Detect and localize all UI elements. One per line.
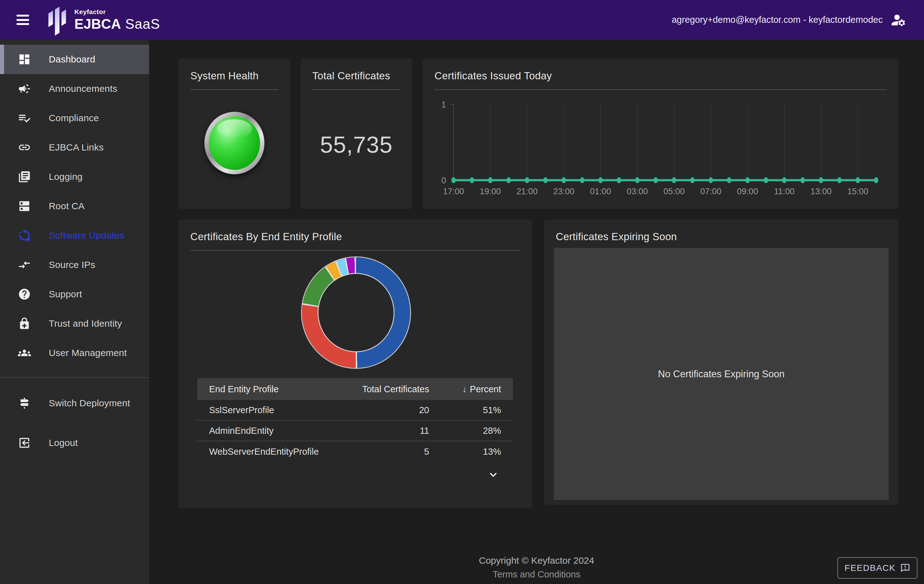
sidebar-item-dashboard[interactable]: Dashboard bbox=[0, 44, 149, 74]
svg-text:23:00: 23:00 bbox=[553, 187, 574, 196]
sidebar-item-label: Support bbox=[49, 289, 82, 299]
column-percent[interactable]: ↓Percent bbox=[429, 384, 501, 395]
feedback-button[interactable]: FEEDBACK bbox=[837, 557, 917, 579]
sidebar-item-logout[interactable]: Logout bbox=[0, 428, 149, 457]
health-status-light bbox=[205, 112, 264, 174]
svg-text:17:00: 17:00 bbox=[443, 187, 464, 196]
svg-text:15:00: 15:00 bbox=[847, 187, 868, 196]
brand-suffix: SaaS bbox=[121, 16, 160, 31]
app-header: Keyfactor EJBCA SaaS agregory+demo@keyfa… bbox=[0, 0, 924, 39]
svg-text:11:00: 11:00 bbox=[774, 187, 795, 196]
sidebar-item-label: Logout bbox=[49, 438, 78, 448]
user-management-icon bbox=[18, 346, 31, 360]
svg-text:21:00: 21:00 bbox=[516, 187, 538, 196]
card-title: Certificates Expiring Soon bbox=[544, 220, 899, 243]
svg-text:07:00: 07:00 bbox=[700, 187, 721, 196]
profile-table-row: SslServerProfile2051% bbox=[197, 400, 513, 421]
expand-table-button[interactable] bbox=[483, 466, 503, 484]
profile-table-row: AdminEndEntity1128% bbox=[197, 421, 513, 441]
svg-text:03:00: 03:00 bbox=[627, 187, 648, 196]
sidebar-item-label: EJBCA Links bbox=[49, 142, 104, 153]
column-end-entity-profile[interactable]: End Entity Profile bbox=[209, 384, 335, 395]
sidebar-item-software-updates[interactable]: Software Updates bbox=[0, 221, 149, 250]
column-total-certificates[interactable]: Total Certificates bbox=[335, 384, 429, 395]
sidebar-item-label: Trust and Identity bbox=[49, 318, 122, 329]
keyfactor-logo: Keyfactor EJBCA SaaS bbox=[47, 4, 160, 36]
support-icon bbox=[18, 287, 31, 301]
certificates-issued-today-card: Certificates Issued Today 0117:0019:0021… bbox=[422, 59, 899, 209]
sort-desc-icon: ↓ bbox=[462, 384, 467, 395]
sidebar-item-root-ca[interactable]: Root CA bbox=[0, 191, 149, 221]
card-title: Total Certificates bbox=[300, 59, 412, 82]
sidebar-item-support[interactable]: Support bbox=[0, 280, 149, 309]
software-updates-icon bbox=[18, 229, 31, 242]
cell-percent: 28% bbox=[429, 426, 501, 436]
sidebar: DashboardAnnouncementsComplianceEJBCA Li… bbox=[0, 39, 149, 584]
trust-identity-icon bbox=[18, 317, 31, 331]
profile-table-header: End Entity Profile Total Certificates ↓P… bbox=[197, 378, 513, 400]
certificates-expiring-card: Certificates Expiring Soon No Certificat… bbox=[544, 220, 899, 505]
logout-icon bbox=[18, 436, 31, 450]
health-status-green bbox=[209, 116, 260, 170]
cell-total: 5 bbox=[335, 447, 429, 457]
cell-total: 20 bbox=[335, 405, 429, 415]
chevron-down-icon bbox=[487, 468, 500, 482]
sidebar-item-trust-and-identity[interactable]: Trust and Identity bbox=[0, 309, 149, 338]
total-certificates-card: Total Certificates 55,735 bbox=[300, 59, 412, 209]
announcements-icon bbox=[18, 82, 31, 95]
sidebar-item-user-management[interactable]: User Management bbox=[0, 338, 149, 368]
cell-total: 11 bbox=[335, 426, 429, 436]
switch-deployment-icon bbox=[18, 396, 31, 410]
svg-text:01:00: 01:00 bbox=[590, 187, 611, 196]
cell-percent: 13% bbox=[429, 447, 501, 457]
logging-icon bbox=[18, 170, 31, 184]
issued-today-line-chart: 0117:0019:0021:0023:0001:0003:0005:0007:… bbox=[422, 59, 899, 209]
title-divider bbox=[312, 89, 401, 90]
sidebar-item-label: Logging bbox=[49, 171, 82, 182]
root-ca-icon bbox=[18, 199, 31, 213]
sidebar-item-label: Software Updates bbox=[49, 230, 124, 241]
link-icon bbox=[18, 140, 31, 154]
system-health-card: System Health bbox=[178, 59, 290, 209]
total-certificates-value: 55,735 bbox=[300, 132, 412, 158]
page-footer: Copyright © Keyfactor 2024 Terms and Con… bbox=[149, 555, 924, 580]
title-divider bbox=[190, 250, 520, 251]
profile-donut-chart bbox=[302, 257, 410, 368]
sidebar-item-logging[interactable]: Logging bbox=[0, 162, 149, 191]
svg-text:1: 1 bbox=[441, 100, 446, 109]
sidebar-item-label: User Management bbox=[49, 347, 127, 358]
cell-percent: 51% bbox=[429, 405, 501, 415]
card-title: Certificates By End Entity Profile bbox=[178, 220, 532, 243]
keyfactor-logo-icon bbox=[47, 4, 68, 36]
sidebar-item-label: Dashboard bbox=[49, 54, 95, 65]
brand-name: EJBCA bbox=[74, 16, 121, 31]
title-divider bbox=[190, 89, 279, 90]
sidebar-item-label: Compliance bbox=[49, 113, 99, 123]
sidebar-item-switch-deployment[interactable]: Switch Deployment bbox=[0, 388, 149, 418]
account-settings-icon[interactable] bbox=[890, 12, 906, 28]
expiring-empty-panel: No Certificates Expiring Soon bbox=[554, 248, 889, 500]
svg-text:13:00: 13:00 bbox=[810, 187, 832, 196]
feedback-label: FEEDBACK bbox=[845, 563, 896, 573]
sidebar-item-announcements[interactable]: Announcements bbox=[0, 74, 149, 104]
sidebar-item-ejbca-links[interactable]: EJBCA Links bbox=[0, 133, 149, 162]
brand-small: Keyfactor bbox=[74, 8, 160, 16]
source-ips-icon bbox=[18, 258, 31, 272]
user-account-label: agregory+demo@keyfactor.com - keyfactord… bbox=[672, 0, 883, 39]
dashboard-icon bbox=[18, 53, 31, 66]
sidebar-item-label: Source IPs bbox=[49, 260, 95, 270]
sidebar-item-compliance[interactable]: Compliance bbox=[0, 104, 149, 133]
svg-text:09:00: 09:00 bbox=[737, 187, 758, 196]
copyright-text: Copyright © Keyfactor 2024 bbox=[149, 555, 924, 566]
sidebar-item-label: Switch Deployment bbox=[49, 398, 130, 408]
svg-text:19:00: 19:00 bbox=[480, 187, 501, 196]
profile-table: End Entity Profile Total Certificates ↓P… bbox=[197, 378, 513, 462]
terms-link[interactable]: Terms and Conditions bbox=[493, 569, 580, 580]
sidebar-item-label: Announcements bbox=[49, 83, 117, 94]
sidebar-item-label: Root CA bbox=[49, 201, 85, 211]
cell-profile: SslServerProfile bbox=[209, 405, 335, 415]
menu-icon[interactable] bbox=[16, 15, 29, 25]
sidebar-item-source-ips[interactable]: Source IPs bbox=[0, 250, 149, 280]
compliance-icon bbox=[18, 111, 31, 125]
cell-profile: WebServerEndEntityProfile bbox=[209, 447, 335, 457]
